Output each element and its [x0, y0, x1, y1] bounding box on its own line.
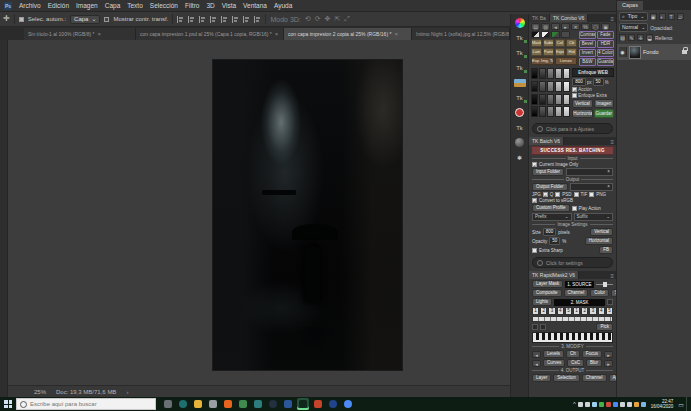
step-right-icon[interactable]: ▸	[604, 351, 613, 358]
levels-button[interactable]: Levels	[543, 350, 564, 358]
paint-green-icon[interactable]	[551, 31, 560, 38]
landscape-panel-icon[interactable]	[514, 77, 526, 88]
start-button[interactable]	[0, 397, 16, 411]
auto-select-dropdown[interactable]: Capa ⌄	[70, 15, 100, 24]
mask-thumbnail[interactable]	[531, 81, 538, 92]
horizontal-button[interactable]: Horizontal	[572, 109, 592, 118]
tray-pen-icon[interactable]	[578, 402, 583, 407]
taskbar-app-app-gray[interactable]	[207, 398, 219, 410]
delete-icon[interactable]: ✕	[571, 23, 580, 30]
taskbar-app-app-red[interactable]	[312, 398, 324, 410]
duplicate-icon[interactable]: ▥	[541, 23, 550, 30]
focus-button[interactable]: Focus	[582, 350, 602, 358]
source-button[interactable]: Composite	[532, 289, 562, 297]
taskbar-app-file-explorer[interactable]	[192, 398, 204, 410]
mask-thumbnail[interactable]	[563, 106, 570, 117]
taskbar-app-word[interactable]	[282, 398, 294, 410]
prefix-field[interactable]: Prefix⌄	[532, 213, 572, 221]
zone-number-button[interactable]: 4	[598, 307, 605, 315]
mask-preview-box[interactable]	[540, 324, 546, 330]
tk-tan-button[interactable]: Expo	[555, 48, 566, 56]
mask-thumbnail[interactable]	[531, 106, 538, 117]
new-doc-icon[interactable]: ▤	[531, 23, 540, 30]
tab-tk-rapidmask[interactable]: TK RapidMask2 V6	[529, 271, 579, 279]
filter-type-icon[interactable]: T	[668, 13, 675, 20]
tif-checkbox[interactable]	[574, 192, 579, 197]
sphere-panel-icon[interactable]	[514, 137, 526, 148]
output-folder-field[interactable]: ×	[570, 183, 613, 191]
menu-filtro[interactable]: Filtro	[185, 2, 199, 9]
color-wheel-panel-icon[interactable]	[514, 17, 526, 28]
taskbar-search[interactable]	[16, 398, 156, 410]
source-button[interactable]: Color	[590, 289, 609, 297]
tray-network-icon[interactable]	[627, 402, 632, 407]
tk-purple-button[interactable]: HDR	[597, 40, 614, 48]
show-desktop-button[interactable]	[686, 397, 689, 411]
tk-tan-button[interactable]: Lum	[531, 48, 542, 56]
zone-number-button[interactable]: 3	[589, 307, 596, 315]
tk-purple-button[interactable]: Guardar	[597, 58, 614, 66]
menu-3d[interactable]: 3D	[206, 2, 214, 9]
vertical-button[interactable]: Vertical	[572, 99, 592, 108]
status-options-arrow-icon[interactable]: ›	[126, 389, 128, 395]
layer-thumbnail[interactable]	[629, 46, 641, 59]
action-center-icon[interactable]: ▭	[678, 401, 684, 408]
tray-update-icon[interactable]	[634, 402, 639, 407]
3d-drag-icon[interactable]: ✥	[325, 15, 331, 23]
filled-square-icon[interactable]: ▣	[601, 23, 610, 30]
mask-type-dropdown[interactable]: Lights	[532, 298, 552, 306]
input-folder-field[interactable]: ×	[566, 168, 613, 176]
tray-battery-icon[interactable]	[585, 402, 590, 407]
filter-pixel-icon[interactable]: ▣	[650, 13, 657, 20]
mask-thumbnail[interactable]	[555, 81, 562, 92]
enfoque-extra-checkbox[interactable]	[572, 93, 577, 98]
menu-capa[interactable]: Capa	[105, 2, 121, 9]
tab-tk-batch[interactable]: TK Batch V6	[529, 137, 564, 145]
mask-thumbnail[interactable]	[563, 94, 570, 105]
tk-tan-button[interactable]: Subtr	[543, 39, 554, 47]
jpg-checkbox[interactable]: ✓	[543, 192, 548, 197]
menu-ventana[interactable]: Ventana	[243, 2, 267, 9]
batch-settings-bar[interactable]: Click for settings	[532, 257, 613, 268]
tk-brown-button[interactable]: Exp. Img. Tamaño	[531, 57, 554, 65]
output-button[interactable]: Layer	[532, 374, 551, 382]
step-left-icon[interactable]: ◂	[532, 360, 541, 367]
mask-thumbnail[interactable]	[539, 106, 546, 117]
mask-thumbnail[interactable]	[547, 68, 554, 79]
3d-roll-icon[interactable]: ⟳	[315, 15, 321, 23]
layer-mask-dropdown[interactable]: Layer Mask	[532, 280, 563, 288]
tk-purple-button[interactable]: Contrast	[579, 31, 596, 39]
align-top-icon[interactable]	[210, 16, 217, 23]
size-value[interactable]: 800	[543, 228, 557, 236]
zone-number-button[interactable]: 1	[532, 307, 539, 315]
taskbar-app-steam[interactable]	[267, 398, 279, 410]
step-left-icon[interactable]: ◂	[532, 351, 541, 358]
distribute-h-icon[interactable]	[243, 16, 250, 23]
tk-panel-icon[interactable]: Tk	[514, 62, 526, 73]
tk-tan-button[interactable]: Cb	[566, 39, 577, 47]
output-button[interactable]: Selection	[553, 374, 580, 382]
square-icon[interactable]: ▢	[591, 23, 600, 30]
lock-pixels-icon[interactable]: ✎	[628, 34, 635, 41]
record-panel-icon[interactable]	[514, 107, 526, 118]
visibility-eye-icon[interactable]: ◉	[619, 47, 627, 57]
tk-tan-button[interactable]: Col	[555, 39, 566, 47]
zoom-level[interactable]: 25%	[34, 389, 46, 395]
filter-adjustment-icon[interactable]: ◐	[659, 13, 666, 20]
pick-button[interactable]: Pick	[596, 323, 613, 331]
tk-purple-button[interactable]: 4 Colors	[597, 49, 614, 57]
play-action-checkbox[interactable]	[572, 206, 577, 211]
tk-purple-button[interactable]: Invert	[579, 49, 596, 57]
zone-number-button[interactable]: 3	[548, 307, 555, 315]
layer-row-fondo[interactable]: ◉ Fondo	[617, 44, 691, 60]
align-center-v-icon[interactable]	[221, 16, 228, 23]
extra-sharp-checkbox[interactable]	[532, 248, 537, 253]
blend-mode-dropdown[interactable]: Normal ⌄	[619, 23, 648, 32]
menu-texto[interactable]: Texto	[127, 2, 143, 9]
tab-tk-combo[interactable]: TK Combo V6	[550, 14, 588, 22]
zone-number-button[interactable]: 2	[540, 307, 547, 315]
imagen-button[interactable]: Imagen	[594, 99, 614, 108]
search-input[interactable]	[30, 401, 140, 407]
mask-thumbnail[interactable]	[563, 68, 570, 79]
tray-antivirus-icon[interactable]	[599, 402, 604, 407]
